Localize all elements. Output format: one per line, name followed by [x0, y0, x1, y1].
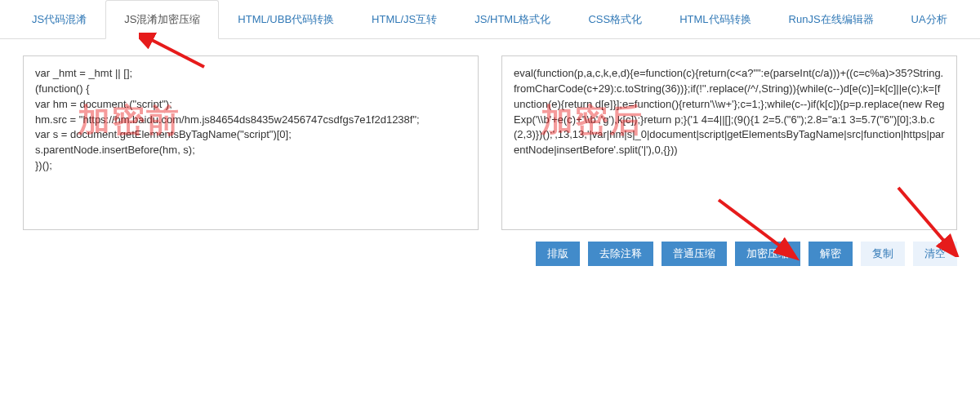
decrypt-button[interactable]: 解密	[808, 242, 853, 266]
tab-html-convert[interactable]: HTML代码转换	[661, 0, 769, 38]
clear-button[interactable]: 清空	[913, 242, 957, 266]
output-code-textarea[interactable]	[501, 55, 957, 230]
tabs-bar: JS代码混淆 JS混淆加密压缩 HTML/UBB代码转换 HTML/JS互转 J…	[0, 0, 980, 39]
remove-comments-button[interactable]: 去除注释	[588, 242, 653, 266]
tab-js-encrypt-compress[interactable]: JS混淆加密压缩	[105, 0, 219, 39]
copy-button[interactable]: 复制	[861, 242, 905, 266]
encrypt-compress-button[interactable]: 加密压缩	[735, 242, 800, 266]
input-code-textarea[interactable]	[23, 55, 479, 230]
format-button[interactable]: 排版	[536, 242, 580, 266]
tab-js-html-format[interactable]: JS/HTML格式化	[456, 0, 569, 38]
tab-runjs[interactable]: RunJS在线编辑器	[770, 0, 893, 38]
tab-css-format[interactable]: CSS格式化	[569, 0, 661, 38]
tab-ua[interactable]: UA分析	[893, 0, 966, 38]
tab-js-obfuscate[interactable]: JS代码混淆	[13, 0, 105, 38]
normal-compress-button[interactable]: 普通压缩	[662, 242, 727, 266]
content-area	[0, 39, 980, 230]
tab-html-ubb[interactable]: HTML/UBB代码转换	[219, 0, 353, 38]
button-row: 排版 去除注释 普通压缩 加密压缩 解密 复制 清空	[0, 230, 980, 266]
tab-html-js[interactable]: HTML/JS互转	[353, 0, 456, 38]
